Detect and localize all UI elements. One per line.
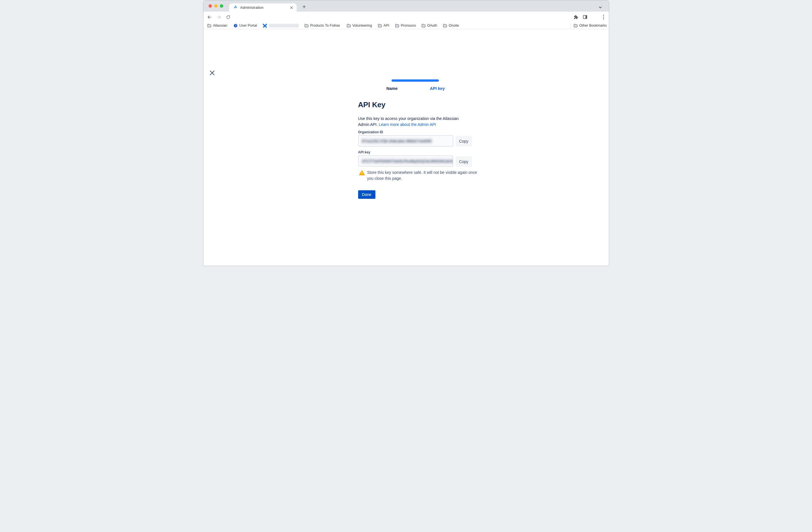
api-key-label: API key	[358, 150, 370, 154]
folder-icon	[378, 24, 382, 28]
folder-icon	[574, 24, 578, 28]
user-portal-icon	[233, 24, 238, 28]
bookmark-user-portal[interactable]: User Portal	[233, 22, 257, 29]
page-title: API Key	[358, 100, 386, 109]
bookmarks-divider	[570, 23, 571, 28]
bookmark-onsite[interactable]: Onsite	[443, 22, 459, 29]
copy-organization-id-button[interactable]: Copy	[455, 136, 472, 146]
tab-title: Administration	[240, 5, 289, 10]
bookmark-api[interactable]: API	[378, 22, 389, 29]
organization-id-label: Organization ID	[358, 130, 383, 134]
tab-close-icon[interactable]	[289, 5, 294, 10]
browser-window: Administration + admin.atlassian.com/	[203, 0, 609, 266]
warning-text: Store this key somewhere safe. It will n…	[367, 170, 478, 182]
forward-icon[interactable]	[215, 13, 223, 21]
macos-zoom-button[interactable]	[220, 4, 223, 8]
done-button[interactable]: Done	[358, 190, 375, 199]
wizard-step-api-key: API key	[422, 86, 453, 91]
folder-icon	[395, 24, 399, 28]
redacted-bookmark-label	[269, 24, 299, 28]
folder-icon	[443, 24, 447, 28]
page-content: Name API key API Key Use this key to acc…	[203, 29, 609, 266]
bookmark-pronouns[interactable]: Pronouns	[395, 22, 416, 29]
jira-x-icon	[263, 24, 267, 28]
browser-toolbar: admin.atlassian.com/o/67ca1252-37j8-16ab…	[203, 12, 609, 22]
folder-icon	[421, 24, 425, 28]
new-tab-button[interactable]: +	[300, 3, 308, 11]
atlassian-favicon-icon	[233, 5, 238, 10]
wizard-step-name: Name	[377, 86, 408, 91]
back-icon[interactable]	[206, 13, 213, 21]
macos-minimize-button[interactable]	[214, 4, 218, 8]
folder-icon	[347, 24, 351, 28]
bookmark-oauth[interactable]: OAuth	[421, 22, 437, 29]
chevron-down-icon[interactable]	[599, 4, 602, 10]
bookmark-products-to-follow[interactable]: Products To Follow	[304, 22, 340, 29]
browser-menu-icon[interactable]	[600, 14, 607, 20]
macos-close-button[interactable]	[208, 4, 212, 8]
extensions-puzzle-icon[interactable]	[572, 14, 579, 20]
wizard-progress-bar	[392, 80, 439, 82]
bookmark-atlassian[interactable]: Atlassian	[207, 22, 228, 29]
browser-tab[interactable]: Administration	[229, 3, 296, 12]
close-wizard-icon[interactable]	[209, 70, 215, 76]
bookmark-redacted[interactable]	[263, 22, 299, 29]
side-panel-icon[interactable]	[582, 14, 589, 20]
bookmark-volunteering[interactable]: Volunteering	[347, 22, 372, 29]
organization-id-field[interactable]: 67ca1252-37j8-16ab-jkbc-96b817ckd090	[358, 135, 453, 146]
reload-icon[interactable]	[225, 13, 232, 21]
api-key-value: ATCTT3xFfGN0hT4wNLPlnvBq3GQCbLMNGWLkkHZT…	[361, 158, 453, 164]
copy-api-key-button[interactable]: Copy	[455, 156, 472, 167]
learn-more-link[interactable]: Learn more about the Admin API	[379, 122, 436, 127]
warning-icon	[359, 170, 365, 177]
titlebar: Administration +	[203, 0, 609, 12]
folder-icon	[304, 24, 308, 28]
organization-id-value: 67ca1252-37j8-16ab-jkbc-96b817ckd090	[361, 138, 433, 144]
api-key-field[interactable]: ATCTT3xFfGN0hT4wNLPlnvBq3GQCbLMNGWLkkHZT…	[358, 155, 453, 167]
description-text: Use this key to access your organization…	[358, 116, 470, 128]
bookmarks-bar: Atlassian User Portal Products To Follow…	[203, 22, 609, 29]
folder-icon	[207, 24, 211, 28]
other-bookmarks-button[interactable]: Other Bookmarks	[574, 22, 607, 29]
